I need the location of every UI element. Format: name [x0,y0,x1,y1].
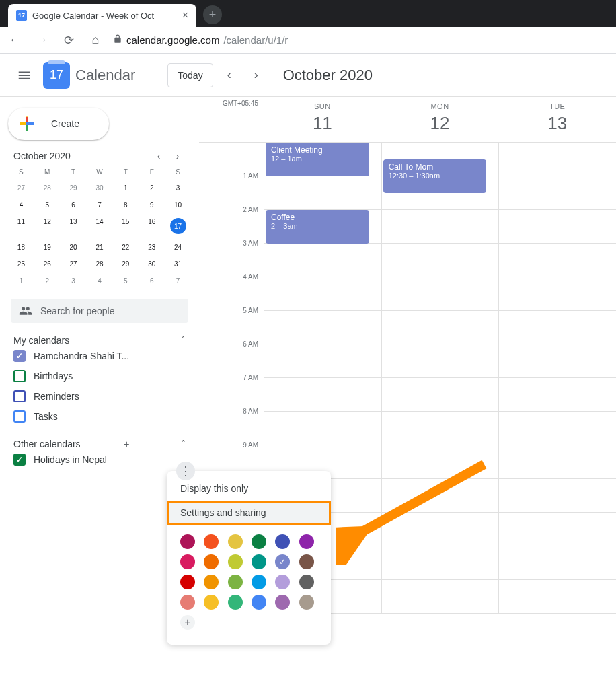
color-swatch[interactable] [228,554,243,569]
day-header[interactable]: MON12 [381,97,499,142]
calendar-item[interactable]: Tasks [8,406,191,427]
minical-day[interactable]: 27 [61,256,87,273]
color-swatch[interactable] [252,534,266,549]
color-swatch[interactable] [299,575,314,589]
close-icon[interactable]: × [182,9,188,22]
minical-day[interactable]: 22 [112,239,139,256]
color-swatch[interactable]: ✓ [275,554,290,569]
color-swatch[interactable] [204,595,219,610]
minical-day[interactable]: 20 [61,239,87,256]
minical-day[interactable]: 17 [165,213,191,239]
minical-day[interactable]: 6 [139,273,165,289]
browser-tab[interactable]: 17 Google Calendar - Week of Oct × [8,4,196,27]
minical-day[interactable]: 23 [139,239,165,256]
address-bar[interactable]: calendar.google.com/calendar/u/1/r [113,34,611,46]
color-swatch[interactable] [275,575,290,589]
minical-day[interactable]: 1 [112,180,139,196]
minical-day[interactable]: 21 [87,239,113,256]
minical-day[interactable]: 16 [139,213,165,239]
minical-day[interactable]: 30 [139,256,165,273]
minical-day[interactable]: 3 [61,273,87,289]
calendar-item[interactable]: Reminders [8,386,191,406]
add-calendar-button[interactable]: + [124,439,129,449]
calendar-checkbox[interactable] [13,350,26,362]
minical-day[interactable]: 25 [8,256,34,273]
minical-day[interactable]: 18 [8,239,34,256]
minical-day[interactable]: 2 [139,180,165,196]
minical-day[interactable]: 4 [8,196,34,213]
minical-day[interactable]: 5 [112,273,139,289]
minical-day[interactable]: 1 [8,273,34,289]
next-period-button[interactable]: › [245,65,267,86]
minical-day[interactable]: 19 [34,239,61,256]
minical-day[interactable]: 31 [165,256,191,273]
today-button[interactable]: Today [167,63,213,87]
day-column[interactable]: Call To Mom12:30 – 1:30am [381,143,499,614]
create-button[interactable]: + Create [8,108,109,140]
back-button[interactable]: ← [5,31,24,50]
new-tab-button[interactable]: + [203,5,222,24]
minical-day[interactable]: 4 [87,273,113,289]
minical-day[interactable]: 14 [87,213,113,239]
color-swatch[interactable] [180,554,195,569]
prev-period-button[interactable]: ‹ [219,65,240,86]
minical-day[interactable]: 28 [87,256,113,273]
calendar-checkbox[interactable] [13,410,26,423]
color-swatch[interactable] [228,595,243,610]
calendar-item[interactable]: Birthdays [8,366,191,386]
minical-day[interactable]: 6 [61,196,87,213]
color-swatch[interactable] [228,575,243,589]
minical-day[interactable]: 12 [34,213,61,239]
minical-day[interactable]: 11 [8,213,34,239]
calendar-logo[interactable]: 17 Calendar [43,62,135,89]
minical-day[interactable]: 30 [87,180,113,196]
main-menu-button[interactable] [11,62,38,89]
minical-day[interactable]: 29 [61,180,87,196]
color-swatch[interactable] [275,595,290,610]
color-swatch[interactable] [180,575,195,589]
color-swatch[interactable] [204,534,219,549]
minical-day[interactable]: 8 [112,196,139,213]
calendar-item[interactable]: Ramchandra Shahi T... [8,346,191,366]
forward-button[interactable]: → [32,31,51,50]
minical-day[interactable]: 7 [165,273,191,289]
home-button[interactable]: ⌂ [86,31,105,50]
reload-button[interactable]: ⟳ [59,31,78,50]
minical-day[interactable]: 2 [34,273,61,289]
overflow-icon[interactable]: ⋮ [176,462,195,480]
calendar-event[interactable]: Client Meeting12 – 1am [266,143,369,176]
calendar-event[interactable]: Call To Mom12:30 – 1:30am [383,159,487,193]
minical-day[interactable]: 26 [34,256,61,273]
calendar-checkbox[interactable] [13,370,26,382]
minical-day[interactable]: 28 [34,180,61,196]
color-swatch[interactable] [180,534,195,549]
menu-settings-sharing[interactable]: Settings and sharing [167,501,331,525]
day-header[interactable]: SUN11 [264,97,381,142]
day-column[interactable] [498,143,616,614]
color-swatch[interactable] [252,554,266,569]
minical-day[interactable]: 27 [8,180,34,196]
menu-display-only[interactable]: Display this only [167,476,331,501]
minical-day[interactable]: 13 [61,213,87,239]
chevron-up-icon[interactable]: ˄ [181,335,186,346]
color-swatch[interactable] [252,595,266,610]
minical-day[interactable]: 5 [34,196,61,213]
search-people-input[interactable]: Search for people [11,299,188,323]
minical-day[interactable]: 7 [87,196,113,213]
calendar-checkbox[interactable] [13,390,26,402]
color-swatch[interactable] [299,534,314,549]
calendar-item[interactable]: Holidays in Nepal [8,449,191,470]
color-swatch[interactable] [275,534,290,549]
minical-day[interactable]: 3 [165,180,191,196]
minicalendar-next[interactable]: › [169,151,186,161]
minical-day[interactable]: 9 [139,196,165,213]
calendar-checkbox[interactable] [13,454,26,466]
color-swatch[interactable] [228,534,243,549]
color-swatch[interactable] [299,595,314,610]
calendar-event[interactable]: Coffee2 – 3am [266,210,369,244]
color-swatch[interactable] [204,575,219,589]
minical-day[interactable]: 15 [112,213,139,239]
minicalendar-prev[interactable]: ‹ [151,151,167,161]
day-header[interactable]: TUE13 [498,97,616,142]
color-swatch[interactable] [180,595,195,610]
